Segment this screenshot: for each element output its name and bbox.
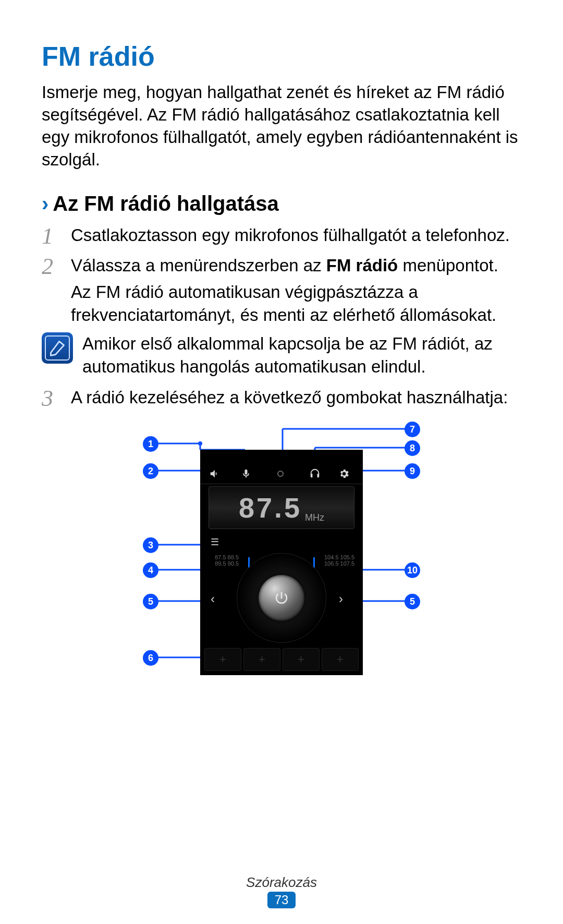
step-1: 1 Csatlakoztasson egy mikrofonos fülhall…: [42, 224, 521, 249]
callout-4: 4: [143, 562, 158, 578]
preset-slot[interactable]: +: [243, 648, 280, 671]
seek-next-button[interactable]: ›: [339, 592, 352, 606]
step-text: Csatlakoztasson egy mikrofonos fülhallga…: [71, 224, 521, 247]
callout-5-left: 5: [143, 594, 158, 609]
settings-icon[interactable]: [337, 466, 351, 481]
page-number: 73: [267, 892, 296, 908]
chevron-right-icon: ›: [42, 192, 48, 215]
frequency-display: 87.5 MHz: [209, 486, 354, 529]
power-button[interactable]: [259, 575, 304, 621]
step-2: 2 Válassza a menürendszerben az FM rádió…: [42, 254, 521, 327]
sub-heading: › Az FM rádió hallgatása: [42, 192, 521, 215]
preset-slot[interactable]: +: [204, 648, 241, 671]
step-text: Válassza a menürendszerben az FM rádió m…: [71, 254, 521, 278]
step-number: 3: [42, 386, 71, 411]
page-title: FM rádió: [42, 41, 521, 72]
footer-section: Szórakozás: [0, 874, 563, 891]
preset-bar: + + + +: [204, 648, 359, 671]
note-text: Amikor első alkalommal kapcsolja be az F…: [82, 332, 521, 379]
callout-10: 10: [405, 562, 420, 578]
note-icon: [42, 332, 73, 364]
callout-5-right: 5: [405, 594, 420, 609]
station-list-icon[interactable]: ☰: [211, 536, 219, 548]
note-callout: Amikor első alkalommal kapcsolja be az F…: [42, 332, 521, 379]
seek-prev-button[interactable]: ‹: [211, 592, 224, 606]
record-icon[interactable]: [274, 466, 287, 481]
intro-text: Ismerje meg, hogyan hallgathat zenét és …: [42, 81, 521, 171]
callout-2: 2: [143, 463, 158, 479]
sub-heading-text: Az FM rádió hallgatása: [53, 192, 278, 215]
fm-radio-screen: 87.5 MHz ☰ 87.5 88.5 89.5 90.5 104.5 105…: [200, 450, 363, 675]
step-number: 1: [42, 224, 71, 249]
callout-7: 7: [405, 422, 420, 437]
microphone-icon[interactable]: [239, 466, 253, 481]
callout-9: 9: [405, 463, 420, 479]
headphones-icon[interactable]: [308, 466, 322, 481]
callout-6: 6: [143, 650, 158, 666]
svg-point-2: [198, 441, 202, 446]
step-text-secondary: Az FM rádió automatikusan végigpásztázza…: [71, 281, 521, 327]
step-3: 3 A rádió kezeléséhez a következő gombok…: [42, 386, 521, 411]
preset-slot[interactable]: +: [283, 648, 320, 671]
callout-3: 3: [143, 537, 158, 553]
step-number: 2: [42, 254, 71, 327]
callout-8: 8: [405, 440, 420, 456]
frequency-unit: MHz: [305, 512, 324, 529]
callout-1: 1: [143, 436, 158, 452]
step-text: A rádió kezeléséhez a következő gombokat…: [71, 386, 521, 410]
volume-icon[interactable]: [207, 466, 222, 481]
frequency-value: 87.5: [239, 491, 302, 524]
preset-slot[interactable]: +: [322, 648, 359, 671]
radio-diagram: 1 2 3 4 5 5 6 7 8 9 10: [115, 418, 448, 690]
